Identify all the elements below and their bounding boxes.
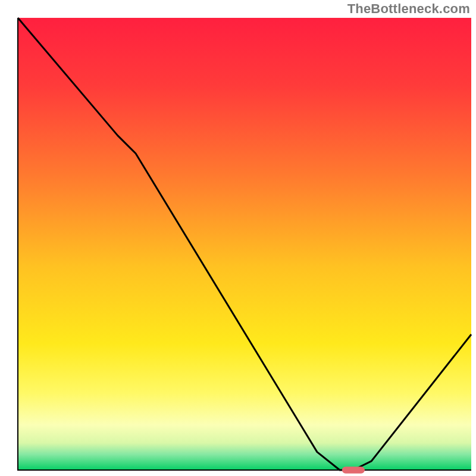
chart-canvas: TheBottleneck.com: [0, 0, 476, 476]
watermark: TheBottleneck.com: [347, 1, 470, 17]
plot-background: [18, 18, 471, 470]
chart-svg: [0, 0, 476, 476]
optimum-marker: [342, 466, 365, 473]
